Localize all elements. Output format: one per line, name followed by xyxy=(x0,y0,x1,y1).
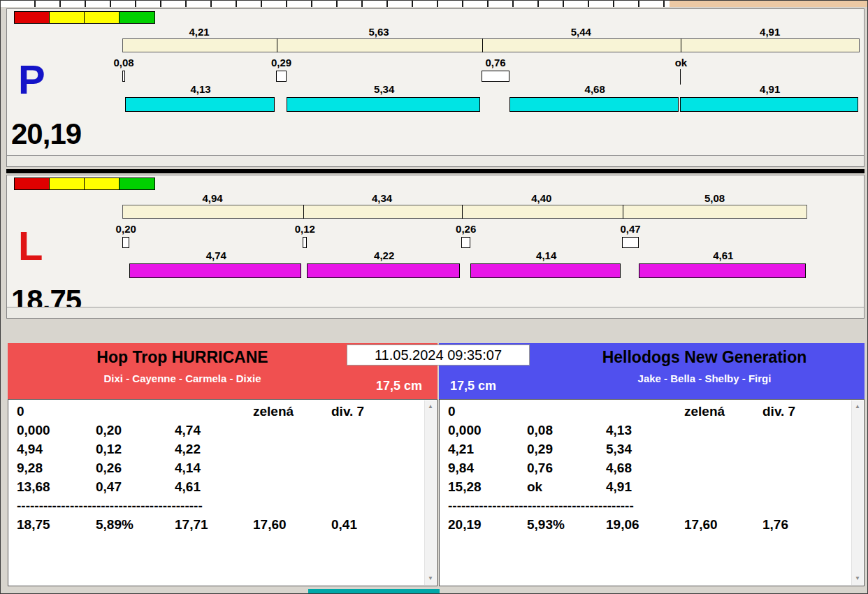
split-time-label: 5,08 xyxy=(704,192,725,204)
lane-L-bars: 4,944,344,405,080,200,120,260,474,744,22… xyxy=(7,175,864,318)
table-cell: 4,22 xyxy=(175,442,253,457)
split-divider xyxy=(681,38,681,52)
vertical-scrollbar[interactable]: ▲ ▼ xyxy=(424,400,436,585)
dog-time-bar xyxy=(639,263,806,278)
dog-time-label: 4,68 xyxy=(585,83,605,95)
split-time-label: 5,44 xyxy=(571,26,591,38)
table-cell: 0 xyxy=(448,404,527,419)
table-cell: 5,93% xyxy=(527,517,606,533)
start-error-label: 0,76 xyxy=(485,57,505,68)
start-error-label: 0,26 xyxy=(456,223,476,235)
dog-time-bar xyxy=(129,263,301,278)
table-cell: 20,19 xyxy=(448,517,527,533)
dog-time-label: 4,14 xyxy=(536,249,556,261)
table-cell: div. 7 xyxy=(762,404,795,419)
start-error-box xyxy=(482,71,509,82)
window-top-strip xyxy=(1,1,867,7)
teams-panel: Hop Trop HURRICANE Dixi - Cayenne - Carm… xyxy=(8,343,865,588)
split-time-label: 4,21 xyxy=(189,26,209,38)
table-row: 15,28ok4,91 xyxy=(448,479,850,498)
table-row: 9,280,264,14 xyxy=(17,461,423,479)
start-error-label: 0,20 xyxy=(116,223,136,235)
window-top-tan-area xyxy=(670,1,867,7)
table-cell: 18,75 xyxy=(17,517,96,533)
start-error-box xyxy=(461,237,471,248)
table-cell: 0,29 xyxy=(527,442,606,457)
table-cell: 0,41 xyxy=(331,517,357,533)
table-cell: 4,13 xyxy=(606,423,684,438)
table-cell: 9,28 xyxy=(17,461,96,476)
dog-time-label: 5,34 xyxy=(374,83,394,95)
table-cell: 5,34 xyxy=(606,442,684,457)
table-cell: 5,89% xyxy=(96,517,175,533)
table-cell: 0,12 xyxy=(96,442,175,457)
split-time-label: 4,91 xyxy=(760,26,780,38)
vertical-scrollbar[interactable]: ▲ ▼ xyxy=(851,400,863,585)
lane-L-footer xyxy=(7,307,864,318)
table-cell: 0 xyxy=(17,404,96,419)
table-cell: 4,14 xyxy=(175,461,253,476)
split-divider xyxy=(462,205,463,219)
table-cell: 19,06 xyxy=(606,517,684,533)
split-divider xyxy=(482,38,483,52)
bottom-accent-bar xyxy=(308,589,440,594)
table-cell: 17,71 xyxy=(175,517,253,533)
table-cell: ok xyxy=(527,479,606,495)
table-cell: 17,60 xyxy=(253,517,331,533)
table-row: 0zelenádiv. 7 xyxy=(448,404,850,423)
table-cell: 4,21 xyxy=(448,442,527,457)
start-ok-mark xyxy=(680,69,681,85)
table-row: 4,940,124,22 xyxy=(17,442,423,461)
split-time-label: 4,40 xyxy=(531,192,551,204)
table-row: 4,210,295,34 xyxy=(448,442,850,461)
dog-time-label: 4,74 xyxy=(206,249,226,261)
scroll-down-icon[interactable]: ▼ xyxy=(852,573,863,584)
result-rows: 0zelenádiv. 70,0000,204,744,940,124,229,… xyxy=(17,404,423,586)
table-row: 18,755,89%17,7117,600,41 xyxy=(17,517,423,536)
table-row: 13,680,474,61 xyxy=(17,479,423,498)
start-error-box xyxy=(622,237,639,248)
split-divider xyxy=(277,38,277,52)
table-cell: div. 7 xyxy=(331,404,364,419)
table-cell: 15,28 xyxy=(448,479,527,495)
lane-L-section: L 4,944,344,405,080,200,120,260,474,744,… xyxy=(6,175,865,319)
start-error-label: 0,12 xyxy=(295,223,315,235)
dog-time-bar xyxy=(125,97,275,112)
split-time-label: 4,94 xyxy=(202,192,222,204)
separator-dashes: ----------------------------------------… xyxy=(448,498,634,514)
table-cell: 4,74 xyxy=(175,423,253,438)
table-row: 9,840,764,68 xyxy=(448,461,850,479)
table-cell: 0,26 xyxy=(96,461,175,476)
table-cell: 0,000 xyxy=(17,423,96,438)
table-cell: 9,84 xyxy=(448,461,527,476)
table-row: 0,0000,204,74 xyxy=(17,423,423,442)
table-cell: zelená xyxy=(684,404,762,419)
dog-time-bar xyxy=(287,97,480,112)
team-left-dogs: Dixi - Cayenne - Carmela - Dixie xyxy=(8,372,357,384)
split-total-bar xyxy=(122,205,807,219)
split-divider xyxy=(623,205,623,219)
table-cell: zelená xyxy=(253,404,331,419)
result-rows: 0zelenádiv. 70,0000,084,134,210,295,349,… xyxy=(448,404,850,586)
lane-P-total-time: 20,19 xyxy=(11,119,81,149)
scroll-up-icon[interactable]: ▲ xyxy=(852,401,863,412)
split-divider xyxy=(303,205,304,219)
lane-separator xyxy=(6,169,865,173)
run-timestamp: 11.05.2024 09:35:07 xyxy=(347,345,530,365)
table-cell: 0,08 xyxy=(527,423,606,438)
table-cell: 0,000 xyxy=(448,423,527,438)
start-error-box xyxy=(303,237,307,248)
scroll-up-icon[interactable]: ▲ xyxy=(425,401,436,412)
table-cell: 4,61 xyxy=(175,479,253,495)
table-cell: 4,68 xyxy=(606,461,684,476)
team-right-name: Hellodogs New Generation xyxy=(544,348,865,367)
separator-dashes: ----------------------------------------… xyxy=(17,498,203,514)
scroll-down-icon[interactable]: ▼ xyxy=(425,573,436,584)
dog-time-bar xyxy=(680,97,858,112)
window-top-ticks xyxy=(10,1,667,7)
start-error-label: 0,29 xyxy=(271,57,291,68)
start-error-box xyxy=(276,71,287,82)
start-error-label: 0,47 xyxy=(620,223,640,235)
table-cell: 1,76 xyxy=(762,517,788,533)
lane-P-bars: 4,215,635,444,910,080,290,76ok4,135,344,… xyxy=(7,9,864,166)
